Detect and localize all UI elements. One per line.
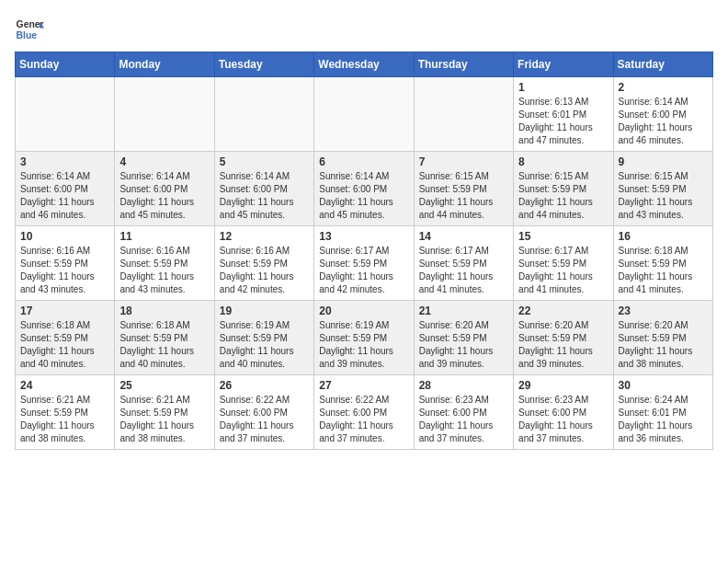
day-number: 13 [319,230,408,243]
day-number: 30 [619,379,708,392]
calendar-cell: 16Sunrise: 6:18 AM Sunset: 5:59 PM Dayli… [613,226,712,301]
day-number: 11 [119,230,209,243]
day-info: Sunrise: 6:22 AM Sunset: 6:00 PM Dayligh… [319,394,408,445]
day-info: Sunrise: 6:17 AM Sunset: 5:59 PM Dayligh… [518,245,608,296]
svg-text:Blue: Blue [17,30,38,40]
calendar-cell: 5Sunrise: 6:14 AM Sunset: 6:00 PM Daylig… [214,152,313,226]
calendar-cell: 22Sunrise: 6:20 AM Sunset: 5:59 PM Dayli… [514,301,613,375]
day-number: 24 [20,379,109,392]
day-info: Sunrise: 6:21 AM Sunset: 5:59 PM Dayligh… [119,394,209,445]
day-info: Sunrise: 6:18 AM Sunset: 5:59 PM Dayligh… [619,245,708,296]
day-info: Sunrise: 6:22 AM Sunset: 6:00 PM Dayligh… [220,394,309,445]
day-number: 1 [518,81,608,94]
calendar-cell: 28Sunrise: 6:23 AM Sunset: 6:00 PM Dayli… [414,375,513,450]
calendar-week-4: 17Sunrise: 6:18 AM Sunset: 5:59 PM Dayli… [16,301,713,375]
day-number: 2 [619,81,708,94]
day-info: Sunrise: 6:24 AM Sunset: 6:01 PM Dayligh… [619,394,708,445]
day-info: Sunrise: 6:18 AM Sunset: 5:59 PM Dayligh… [20,319,109,371]
day-info: Sunrise: 6:14 AM Sunset: 6:00 PM Dayligh… [220,170,309,222]
day-info: Sunrise: 6:23 AM Sunset: 6:00 PM Dayligh… [518,394,608,445]
day-number: 15 [518,230,608,243]
calendar-cell: 21Sunrise: 6:20 AM Sunset: 5:59 PM Dayli… [414,301,513,375]
day-number: 23 [619,304,708,317]
day-info: Sunrise: 6:14 AM Sunset: 6:00 PM Dayligh… [119,170,209,222]
logo: General Blue [15,15,44,44]
day-number: 3 [20,155,109,168]
calendar-cell: 2Sunrise: 6:14 AM Sunset: 6:00 PM Daylig… [613,77,712,152]
calendar-cell: 29Sunrise: 6:23 AM Sunset: 6:00 PM Dayli… [514,375,613,450]
day-number: 28 [419,379,508,392]
day-info: Sunrise: 6:20 AM Sunset: 5:59 PM Dayligh… [518,319,608,371]
day-number: 8 [518,155,608,168]
day-info: Sunrise: 6:23 AM Sunset: 6:00 PM Dayligh… [419,394,508,445]
day-info: Sunrise: 6:16 AM Sunset: 5:59 PM Dayligh… [220,245,309,296]
calendar-cell: 27Sunrise: 6:22 AM Sunset: 6:00 PM Dayli… [314,375,414,450]
day-number: 5 [220,155,309,168]
day-info: Sunrise: 6:14 AM Sunset: 6:00 PM Dayligh… [20,170,109,222]
day-info: Sunrise: 6:17 AM Sunset: 5:59 PM Dayligh… [419,245,508,296]
calendar-cell [115,77,214,152]
day-info: Sunrise: 6:15 AM Sunset: 5:59 PM Dayligh… [419,170,508,222]
day-number: 18 [119,304,209,317]
day-info: Sunrise: 6:14 AM Sunset: 6:00 PM Dayligh… [619,96,708,147]
calendar-week-3: 10Sunrise: 6:16 AM Sunset: 5:59 PM Dayli… [16,226,713,301]
calendar-week-2: 3Sunrise: 6:14 AM Sunset: 6:00 PM Daylig… [16,152,713,226]
col-header-monday: Monday [115,52,214,77]
col-header-wednesday: Wednesday [314,52,414,77]
day-info: Sunrise: 6:19 AM Sunset: 5:59 PM Dayligh… [319,319,408,371]
col-header-thursday: Thursday [414,52,513,77]
calendar-cell: 20Sunrise: 6:19 AM Sunset: 5:59 PM Dayli… [314,301,414,375]
calendar-cell: 11Sunrise: 6:16 AM Sunset: 5:59 PM Dayli… [115,226,214,301]
calendar-cell: 26Sunrise: 6:22 AM Sunset: 6:00 PM Dayli… [214,375,313,450]
calendar-cell [214,77,313,152]
day-number: 9 [619,155,708,168]
calendar-cell [414,77,513,152]
day-info: Sunrise: 6:20 AM Sunset: 5:59 PM Dayligh… [619,319,708,371]
day-info: Sunrise: 6:19 AM Sunset: 5:59 PM Dayligh… [220,319,309,371]
calendar-cell: 3Sunrise: 6:14 AM Sunset: 6:00 PM Daylig… [16,152,115,226]
day-number: 26 [220,379,309,392]
calendar-cell: 12Sunrise: 6:16 AM Sunset: 5:59 PM Dayli… [214,226,313,301]
calendar-week-1: 1Sunrise: 6:13 AM Sunset: 6:01 PM Daylig… [16,77,713,152]
day-info: Sunrise: 6:20 AM Sunset: 5:59 PM Dayligh… [419,319,508,371]
calendar-table: SundayMondayTuesdayWednesdayThursdayFrid… [15,52,713,450]
calendar-cell: 30Sunrise: 6:24 AM Sunset: 6:01 PM Dayli… [613,375,712,450]
calendar-cell: 23Sunrise: 6:20 AM Sunset: 5:59 PM Dayli… [613,301,712,375]
logo-icon: General Blue [15,15,44,44]
day-number: 21 [419,304,508,317]
col-header-tuesday: Tuesday [214,52,313,77]
day-info: Sunrise: 6:13 AM Sunset: 6:01 PM Dayligh… [518,96,608,147]
calendar-header-row: SundayMondayTuesdayWednesdayThursdayFrid… [16,52,713,77]
calendar-cell [16,77,115,152]
calendar-cell: 25Sunrise: 6:21 AM Sunset: 5:59 PM Dayli… [115,375,214,450]
day-info: Sunrise: 6:14 AM Sunset: 6:00 PM Dayligh… [319,170,408,222]
calendar-cell: 6Sunrise: 6:14 AM Sunset: 6:00 PM Daylig… [314,152,414,226]
calendar-cell: 19Sunrise: 6:19 AM Sunset: 5:59 PM Dayli… [214,301,313,375]
day-info: Sunrise: 6:17 AM Sunset: 5:59 PM Dayligh… [319,245,408,296]
day-number: 27 [319,379,408,392]
day-number: 17 [20,304,109,317]
day-info: Sunrise: 6:15 AM Sunset: 5:59 PM Dayligh… [619,170,708,222]
day-number: 16 [619,230,708,243]
calendar-cell: 17Sunrise: 6:18 AM Sunset: 5:59 PM Dayli… [16,301,115,375]
day-number: 10 [20,230,109,243]
day-number: 6 [319,155,408,168]
day-number: 14 [419,230,508,243]
day-number: 4 [119,155,209,168]
day-number: 12 [220,230,309,243]
calendar-week-5: 24Sunrise: 6:21 AM Sunset: 5:59 PM Dayli… [16,375,713,450]
calendar-cell: 24Sunrise: 6:21 AM Sunset: 5:59 PM Dayli… [16,375,115,450]
day-info: Sunrise: 6:16 AM Sunset: 5:59 PM Dayligh… [119,245,209,296]
day-number: 19 [220,304,309,317]
day-info: Sunrise: 6:21 AM Sunset: 5:59 PM Dayligh… [20,394,109,445]
page-header: General Blue [15,15,713,44]
col-header-saturday: Saturday [613,52,712,77]
calendar-cell: 15Sunrise: 6:17 AM Sunset: 5:59 PM Dayli… [514,226,613,301]
col-header-sunday: Sunday [16,52,115,77]
day-number: 29 [518,379,608,392]
calendar-cell: 18Sunrise: 6:18 AM Sunset: 5:59 PM Dayli… [115,301,214,375]
day-info: Sunrise: 6:18 AM Sunset: 5:59 PM Dayligh… [119,319,209,371]
day-number: 20 [319,304,408,317]
calendar-cell: 4Sunrise: 6:14 AM Sunset: 6:00 PM Daylig… [115,152,214,226]
calendar-cell: 7Sunrise: 6:15 AM Sunset: 5:59 PM Daylig… [414,152,513,226]
